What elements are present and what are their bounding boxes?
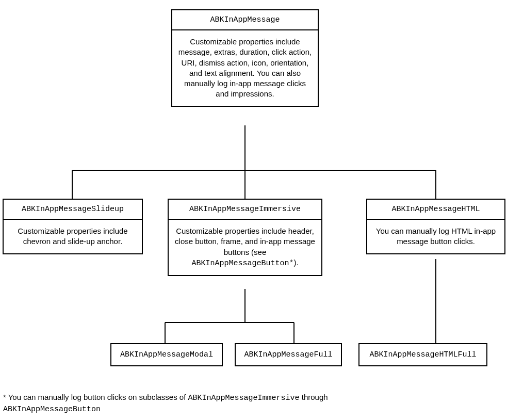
- class-description: Customizable properties include header, …: [169, 220, 321, 275]
- class-title: ABKInAppMessageImmersive: [169, 200, 321, 220]
- desc-text-pre: Customizable properties include header, …: [175, 227, 315, 256]
- class-title: ABKInAppMessageHTML: [367, 200, 504, 220]
- class-node-full: ABKInAppMessageFull: [235, 343, 342, 366]
- footnote-code2: ABKInAppMessageButton: [3, 405, 101, 414]
- class-description: You can manually log HTML in-app message…: [367, 220, 504, 253]
- footnote-pre: * You can manually log button clicks on …: [3, 393, 188, 401]
- class-description: Customizable properties include message,…: [172, 30, 318, 106]
- class-node-htmlfull: ABKInAppMessageHTMLFull: [358, 343, 487, 366]
- class-node-html: ABKInAppMessageHTML You can manually log…: [366, 199, 505, 254]
- class-title: ABKInAppMessageSlideup: [4, 200, 142, 220]
- class-node-slideup: ABKInAppMessageSlideup Customizable prop…: [3, 199, 143, 254]
- class-description: Customizable properties include chevron …: [4, 220, 142, 253]
- class-node-root: ABKInAppMessage Customizable properties …: [171, 9, 319, 107]
- class-node-immersive: ABKInAppMessageImmersive Customizable pr…: [168, 199, 322, 276]
- footnote: * You can manually log button clicks on …: [3, 392, 364, 415]
- desc-text-post: ).: [293, 258, 298, 267]
- footnote-mid: through: [300, 393, 328, 401]
- class-title: ABKInAppMessage: [172, 10, 318, 30]
- footnote-code1: ABKInAppMessageImmersive: [188, 394, 300, 402]
- class-node-modal: ABKInAppMessageModal: [110, 343, 223, 366]
- desc-code: ABKInAppMessageButton*: [191, 259, 293, 268]
